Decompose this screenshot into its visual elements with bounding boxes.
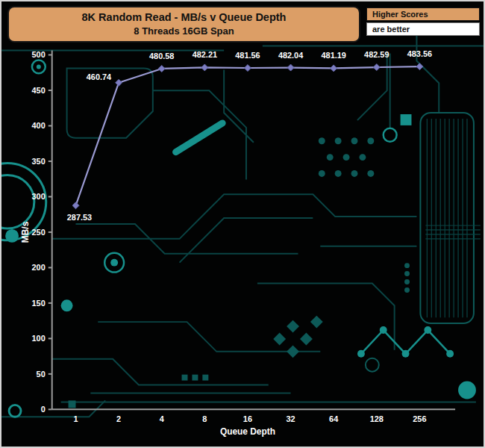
- x-tick-label: 2: [116, 414, 121, 423]
- data-point-marker: [331, 65, 337, 72]
- x-tick-label: 16: [243, 414, 252, 423]
- data-point-marker: [201, 64, 208, 71]
- chart-title-box: 8K Random Read - MB/s v Queue Depth 8 Th…: [7, 6, 360, 43]
- chart-title: 8K Random Read - MB/s v Queue Depth: [9, 11, 359, 23]
- y-tick-label: 500: [32, 50, 46, 59]
- data-point-marker: [244, 65, 251, 72]
- data-point-label: 287.53: [67, 213, 92, 222]
- x-tick-label: 8: [202, 414, 207, 423]
- data-point-label: 482.04: [278, 51, 303, 60]
- y-tick-label: 250: [32, 228, 46, 237]
- y-tick-label: 0: [41, 405, 46, 414]
- legend-are-better: are better: [366, 22, 480, 36]
- series-line: [76, 66, 420, 205]
- legend-higher-scores: Higher Scores: [366, 7, 480, 21]
- x-tick-label: 256: [413, 414, 426, 423]
- data-point-label: 480.58: [149, 52, 174, 60]
- x-tick-label: 64: [329, 414, 338, 423]
- line-chart: 0501001502002503003504004505001248163264…: [1, 1, 484, 447]
- y-tick-label: 450: [32, 86, 46, 95]
- data-point-label: 482.59: [364, 50, 389, 59]
- data-point-label: 481.56: [235, 51, 260, 60]
- data-point-marker: [373, 64, 380, 71]
- data-point-label: 482.21: [193, 51, 217, 60]
- y-axis-title: MB/s: [20, 221, 31, 243]
- data-point-marker: [416, 63, 423, 70]
- data-point-label: 460.74: [87, 72, 111, 81]
- y-tick-label: 350: [32, 157, 46, 166]
- y-tick-label: 150: [32, 299, 46, 308]
- x-tick-label: 128: [370, 414, 384, 423]
- data-point-label: 483.56: [407, 49, 432, 58]
- y-tick-label: 100: [32, 334, 46, 343]
- y-tick-label: 50: [37, 370, 46, 379]
- y-tick-label: 400: [32, 121, 46, 130]
- x-tick-label: 32: [286, 414, 295, 423]
- legend-box: Higher Scores are better: [366, 7, 480, 36]
- y-tick-label: 300: [32, 192, 46, 201]
- x-axis-title: Queue Depth: [220, 426, 275, 437]
- x-tick-label: 4: [160, 414, 164, 423]
- data-point-marker: [116, 79, 122, 86]
- data-point-marker: [158, 65, 165, 72]
- data-point-label: 481.19: [322, 51, 346, 60]
- chart-subtitle: 8 Threads 16GB Span: [9, 25, 359, 37]
- x-tick-label: 1: [73, 414, 78, 423]
- data-point-marker: [72, 202, 79, 209]
- data-point-marker: [287, 64, 294, 71]
- y-tick-label: 200: [32, 263, 46, 272]
- chart-frame: 0501001502002503003504004505001248163264…: [0, 0, 485, 448]
